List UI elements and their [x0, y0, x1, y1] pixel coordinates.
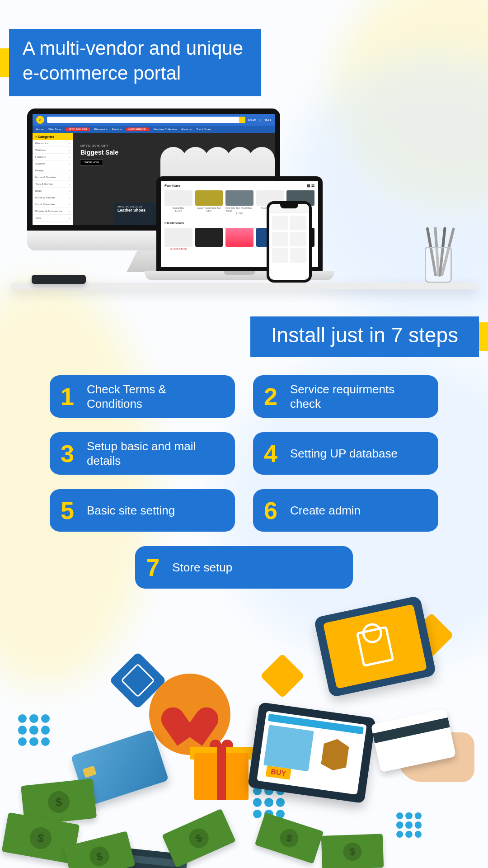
step-label: Store setup	[172, 560, 232, 575]
store-logo-icon: e	[36, 116, 44, 124]
step-3: 3 Setup basic and mail details	[50, 432, 235, 475]
category-item[interactable]: Beauty›	[33, 167, 73, 174]
credit-card-icon	[115, 847, 188, 868]
category-item[interactable]: Home & Gardens›	[33, 174, 73, 181]
category-item[interactable]: Watches›	[33, 147, 73, 154]
cash-bill-icon: $	[21, 778, 97, 826]
step-4: 4 Setting UP database	[253, 432, 438, 475]
product-tile[interactable]	[272, 216, 288, 230]
cash-bill-icon: $	[64, 831, 136, 868]
cash-bill-icon: $	[255, 812, 324, 863]
product-card[interactable]: Double Bed$1,299	[164, 190, 192, 215]
step-number: 1	[61, 384, 80, 409]
shopping-tablet-icon	[314, 595, 436, 698]
flat-phone	[32, 275, 86, 284]
step-label: Basic site setting	[87, 503, 175, 518]
category-item[interactable]: Home & Kitchen›	[33, 194, 73, 201]
step-label: Create admin	[290, 503, 361, 518]
product-tile[interactable]	[290, 216, 306, 230]
category-item[interactable]: Electronics›	[33, 140, 73, 147]
product-tile[interactable]	[272, 232, 288, 246]
product-tile[interactable]	[272, 248, 288, 263]
desk-shelf	[11, 283, 477, 289]
step-1: 1 Check Terms & Conditions	[50, 375, 235, 418]
diamond-yellow-icon	[260, 654, 305, 698]
nav-offer[interactable]: Offer Zone	[48, 128, 61, 131]
hero-title: Biggest Sale	[80, 149, 118, 156]
category-item[interactable]: Toys›	[33, 215, 73, 222]
step-number: 2	[264, 384, 284, 409]
dots-pattern-icon	[253, 787, 285, 818]
category-item[interactable]: Grocery›	[33, 160, 73, 167]
wallet-amount: 482 $	[264, 118, 271, 121]
cash-bill-icon: $	[162, 809, 236, 868]
step-7: 7 Store setup	[135, 546, 353, 589]
dots-pattern-icon	[18, 714, 50, 746]
step-label: Setting UP database	[290, 446, 398, 461]
step-label: Check Terms & Conditions	[87, 382, 224, 411]
panel-leather-title: Leather Shoes	[117, 208, 145, 212]
headline-line1: A multi-vendor and unique	[23, 38, 243, 59]
steps-heading-banner: Install just in 7 steps	[250, 316, 488, 357]
product-card[interactable]: OUT OF STOCK	[164, 228, 192, 250]
pen-cup	[420, 229, 456, 283]
cart-amount[interactable]: $ 0.00	[248, 118, 256, 121]
nav-offer-badge: UPTO 30% OFF	[66, 127, 90, 131]
category-item[interactable]: Car & Motorbike›	[33, 201, 73, 208]
product-tile[interactable]	[290, 248, 306, 263]
category-item[interactable]: Bags›	[33, 188, 73, 194]
step-5: 5 Basic site setting	[50, 489, 235, 532]
step-number: 5	[61, 498, 80, 523]
section-electronics: Electronics	[164, 221, 184, 225]
nav-new-badge: NEW ARRIVAL	[126, 127, 149, 131]
steps-grid: 1 Check Terms & Conditions 2 Service req…	[0, 375, 488, 589]
category-item[interactable]: Phones & Accessories›	[33, 208, 73, 215]
headline-text: A multi-vendor and unique e-commerce por…	[9, 29, 261, 96]
devices-mockup: e $ 0.00 🛒 482 $ Home Offer Zone UPTO 30…	[0, 108, 488, 298]
nav-track[interactable]: Track Order	[197, 128, 211, 131]
hero-cta-button[interactable]: SHOP NOW	[80, 160, 103, 165]
step-number: 4	[264, 441, 284, 466]
nav-electronics[interactable]: Electronics	[94, 128, 108, 131]
headline-banner: A multi-vendor and unique e-commerce por…	[0, 29, 261, 96]
nav-fashion[interactable]: Fashion	[112, 128, 122, 131]
buy-tablet-icon: BUY	[248, 702, 376, 803]
buy-label: BUY	[266, 765, 291, 779]
headline-line2: e-commerce portal	[23, 62, 181, 84]
shopping-bag-icon	[356, 626, 394, 667]
headline-accent-bar	[0, 48, 9, 77]
hand-holding-card-icon	[389, 719, 488, 791]
hero-kicker: UPTO 30% OFF	[80, 144, 109, 147]
product-tile[interactable]	[290, 232, 306, 246]
nav-home[interactable]: Home	[36, 128, 43, 131]
gift-box-icon	[190, 741, 253, 800]
credit-card-icon	[70, 730, 169, 807]
step-2: 2 Service requirments check	[253, 375, 438, 418]
product-card[interactable]	[225, 228, 253, 250]
dots-pattern-icon	[396, 812, 422, 838]
heart-icon	[169, 696, 210, 732]
search-input[interactable]	[47, 117, 245, 123]
product-card[interactable]	[195, 228, 223, 250]
category-item[interactable]: Furniture›	[33, 154, 73, 160]
nav-watches[interactable]: Watches Collection	[154, 128, 177, 131]
cash-bill-icon: $	[2, 812, 80, 864]
bottom-illustration: BUY $ $ $ $ $ $	[0, 592, 488, 868]
package-box-icon	[315, 736, 355, 773]
section-furniture: Furniture	[164, 184, 180, 188]
cash-bill-icon: $	[321, 834, 384, 868]
step-number: 7	[146, 555, 166, 580]
categories-header: ≡ Categories	[33, 133, 73, 140]
diamond-blue-icon	[109, 651, 166, 709]
steps-accent-bar	[479, 322, 488, 351]
step-number: 3	[61, 441, 80, 466]
favorite-circle-icon	[149, 674, 230, 755]
nav-about[interactable]: About us	[181, 128, 192, 131]
product-card[interactable]: Large Tuxedo Sofa Bed$899	[195, 190, 223, 215]
category-item[interactable]: Toys & Games›	[33, 181, 73, 188]
product-card[interactable]: King Size Bed, Royal Blue Velvet$1,900	[225, 190, 253, 215]
step-number: 6	[264, 498, 284, 523]
step-label: Setup basic and mail details	[87, 439, 224, 468]
phone-mockup	[267, 201, 312, 283]
steps-heading-text: Install just in 7 steps	[250, 316, 479, 357]
